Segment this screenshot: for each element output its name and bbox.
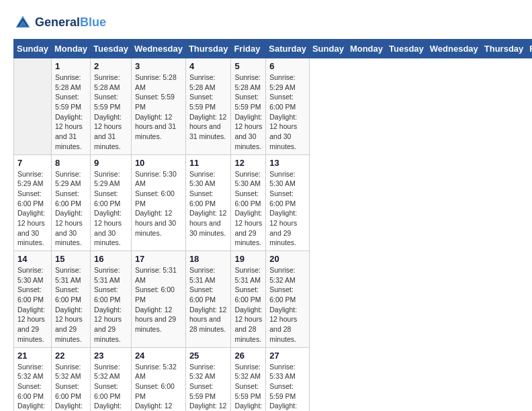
- calendar-week-row: 21Sunrise: 5:32 AM Sunset: 6:00 PM Dayli…: [14, 347, 533, 411]
- day-number: 23: [94, 351, 128, 361]
- day-info: Sunrise: 5:32 AM Sunset: 6:00 PM Dayligh…: [94, 362, 128, 412]
- day-number: 18: [189, 254, 228, 264]
- calendar-cell: 26Sunrise: 5:32 AM Sunset: 5:59 PM Dayli…: [231, 347, 266, 411]
- day-info: Sunrise: 5:28 AM Sunset: 5:59 PM Dayligh…: [135, 73, 182, 142]
- logo: GeneralBlue: [13, 13, 106, 32]
- day-of-week-header: Sunday: [309, 40, 347, 58]
- day-info: Sunrise: 5:32 AM Sunset: 5:59 PM Dayligh…: [234, 362, 262, 412]
- day-number: 8: [55, 158, 87, 168]
- day-number: 14: [17, 254, 48, 264]
- day-info: Sunrise: 5:30 AM Sunset: 6:00 PM Dayligh…: [17, 265, 48, 345]
- day-number: 25: [189, 351, 228, 361]
- calendar-week-row: 1Sunrise: 5:28 AM Sunset: 5:59 PM Daylig…: [14, 58, 533, 155]
- calendar-cell: 9Sunrise: 5:29 AM Sunset: 6:00 PM Daylig…: [91, 154, 132, 251]
- calendar-cell: 8Sunrise: 5:29 AM Sunset: 6:00 PM Daylig…: [51, 154, 90, 251]
- day-of-week-header: Tuesday: [91, 40, 132, 58]
- day-number: 13: [269, 158, 306, 168]
- calendar-week-row: 7Sunrise: 5:29 AM Sunset: 6:00 PM Daylig…: [14, 154, 533, 251]
- calendar-week-row: 14Sunrise: 5:30 AM Sunset: 6:00 PM Dayli…: [14, 251, 533, 348]
- calendar-cell: 10Sunrise: 5:30 AM Sunset: 6:00 PM Dayli…: [131, 154, 185, 251]
- day-info: Sunrise: 5:31 AM Sunset: 6:00 PM Dayligh…: [55, 265, 87, 345]
- day-info: Sunrise: 5:31 AM Sunset: 6:00 PM Dayligh…: [189, 265, 228, 334]
- calendar-header-row: SundayMondayTuesdayWednesdayThursdayFrid…: [14, 40, 533, 58]
- day-info: Sunrise: 5:31 AM Sunset: 6:00 PM Dayligh…: [234, 265, 262, 345]
- calendar-cell: 11Sunrise: 5:30 AM Sunset: 6:00 PM Dayli…: [185, 154, 231, 251]
- day-info: Sunrise: 5:32 AM Sunset: 6:00 PM Dayligh…: [269, 265, 306, 345]
- day-of-week-header: Sunday: [14, 40, 52, 58]
- day-of-week-header: Wednesday: [131, 40, 185, 58]
- day-of-week-header: Tuesday: [386, 40, 427, 58]
- calendar-cell: 12Sunrise: 5:30 AM Sunset: 6:00 PM Dayli…: [231, 154, 266, 251]
- day-info: Sunrise: 5:29 AM Sunset: 6:00 PM Dayligh…: [17, 169, 48, 248]
- day-number: 22: [55, 351, 87, 361]
- calendar-cell: 13Sunrise: 5:30 AM Sunset: 6:00 PM Dayli…: [266, 154, 310, 251]
- day-of-week-header: Wednesday: [427, 40, 481, 58]
- calendar-cell: 3Sunrise: 5:28 AM Sunset: 5:59 PM Daylig…: [131, 58, 185, 155]
- logo-text: GeneralBlue: [35, 16, 106, 30]
- calendar-cell: 1Sunrise: 5:28 AM Sunset: 5:59 PM Daylig…: [51, 58, 90, 155]
- day-info: Sunrise: 5:28 AM Sunset: 5:59 PM Dayligh…: [55, 73, 87, 152]
- calendar-cell: 27Sunrise: 5:33 AM Sunset: 5:59 PM Dayli…: [266, 347, 310, 411]
- calendar-cell: 20Sunrise: 5:32 AM Sunset: 6:00 PM Dayli…: [266, 251, 310, 348]
- day-info: Sunrise: 5:30 AM Sunset: 6:00 PM Dayligh…: [234, 169, 262, 248]
- day-number: 12: [234, 158, 262, 168]
- calendar-cell: 7Sunrise: 5:29 AM Sunset: 6:00 PM Daylig…: [14, 154, 52, 251]
- day-info: Sunrise: 5:29 AM Sunset: 6:00 PM Dayligh…: [269, 73, 306, 152]
- day-info: Sunrise: 5:32 AM Sunset: 6:00 PM Dayligh…: [55, 362, 87, 412]
- day-number: 5: [234, 61, 262, 71]
- calendar-cell: [14, 58, 52, 155]
- day-number: 10: [135, 158, 182, 168]
- calendar-cell: 5Sunrise: 5:28 AM Sunset: 5:59 PM Daylig…: [231, 58, 266, 155]
- day-number: 3: [135, 61, 182, 71]
- calendar-cell: 4Sunrise: 5:28 AM Sunset: 5:59 PM Daylig…: [185, 58, 231, 155]
- day-info: Sunrise: 5:28 AM Sunset: 5:59 PM Dayligh…: [234, 73, 262, 152]
- day-number: 4: [189, 61, 228, 71]
- day-number: 20: [269, 254, 306, 264]
- calendar-cell: 22Sunrise: 5:32 AM Sunset: 6:00 PM Dayli…: [51, 347, 90, 411]
- day-number: 9: [94, 158, 128, 168]
- day-info: Sunrise: 5:28 AM Sunset: 5:59 PM Dayligh…: [189, 73, 228, 142]
- calendar-table: SundayMondayTuesdayWednesdayThursdayFrid…: [13, 39, 532, 411]
- day-number: 26: [234, 351, 262, 361]
- day-number: 15: [55, 254, 87, 264]
- calendar-cell: 14Sunrise: 5:30 AM Sunset: 6:00 PM Dayli…: [14, 251, 52, 348]
- calendar-cell: 15Sunrise: 5:31 AM Sunset: 6:00 PM Dayli…: [51, 251, 90, 348]
- day-number: 1: [55, 61, 87, 71]
- calendar-cell: 18Sunrise: 5:31 AM Sunset: 6:00 PM Dayli…: [185, 251, 231, 348]
- day-number: 21: [17, 351, 48, 361]
- calendar-cell: 24Sunrise: 5:32 AM Sunset: 6:00 PM Dayli…: [131, 347, 185, 411]
- page-header: GeneralBlue: [13, 13, 519, 32]
- day-info: Sunrise: 5:29 AM Sunset: 6:00 PM Dayligh…: [55, 169, 87, 248]
- day-info: Sunrise: 5:28 AM Sunset: 5:59 PM Dayligh…: [94, 73, 128, 152]
- day-info: Sunrise: 5:30 AM Sunset: 6:00 PM Dayligh…: [189, 169, 228, 238]
- day-of-week-header: Monday: [51, 40, 90, 58]
- day-info: Sunrise: 5:29 AM Sunset: 6:00 PM Dayligh…: [94, 169, 128, 248]
- day-number: 24: [135, 351, 182, 361]
- calendar-cell: 23Sunrise: 5:32 AM Sunset: 6:00 PM Dayli…: [91, 347, 132, 411]
- day-info: Sunrise: 5:32 AM Sunset: 6:00 PM Dayligh…: [17, 362, 48, 412]
- day-of-week-header: Friday: [231, 40, 266, 58]
- day-info: Sunrise: 5:30 AM Sunset: 6:00 PM Dayligh…: [135, 169, 182, 238]
- day-info: Sunrise: 5:32 AM Sunset: 5:59 PM Dayligh…: [189, 362, 228, 412]
- calendar-cell: 19Sunrise: 5:31 AM Sunset: 6:00 PM Dayli…: [231, 251, 266, 348]
- calendar-cell: 2Sunrise: 5:28 AM Sunset: 5:59 PM Daylig…: [91, 58, 132, 155]
- day-of-week-header: Thursday: [185, 40, 231, 58]
- day-number: 17: [135, 254, 182, 264]
- day-number: 2: [94, 61, 128, 71]
- calendar-cell: 17Sunrise: 5:31 AM Sunset: 6:00 PM Dayli…: [131, 251, 185, 348]
- day-info: Sunrise: 5:33 AM Sunset: 5:59 PM Dayligh…: [269, 362, 306, 412]
- logo-icon: [13, 13, 32, 32]
- calendar-cell: 6Sunrise: 5:29 AM Sunset: 6:00 PM Daylig…: [266, 58, 310, 155]
- day-info: Sunrise: 5:31 AM Sunset: 6:00 PM Dayligh…: [94, 265, 128, 345]
- day-info: Sunrise: 5:32 AM Sunset: 6:00 PM Dayligh…: [135, 362, 182, 412]
- day-number: 11: [189, 158, 228, 168]
- calendar-cell: 25Sunrise: 5:32 AM Sunset: 5:59 PM Dayli…: [185, 347, 231, 411]
- day-of-week-header: Monday: [347, 40, 386, 58]
- day-of-week-header: Thursday: [481, 40, 527, 58]
- day-number: 7: [17, 158, 48, 168]
- day-info: Sunrise: 5:30 AM Sunset: 6:00 PM Dayligh…: [269, 169, 306, 248]
- calendar-cell: 16Sunrise: 5:31 AM Sunset: 6:00 PM Dayli…: [91, 251, 132, 348]
- day-number: 6: [269, 61, 306, 71]
- day-number: 27: [269, 351, 306, 361]
- day-number: 16: [94, 254, 128, 264]
